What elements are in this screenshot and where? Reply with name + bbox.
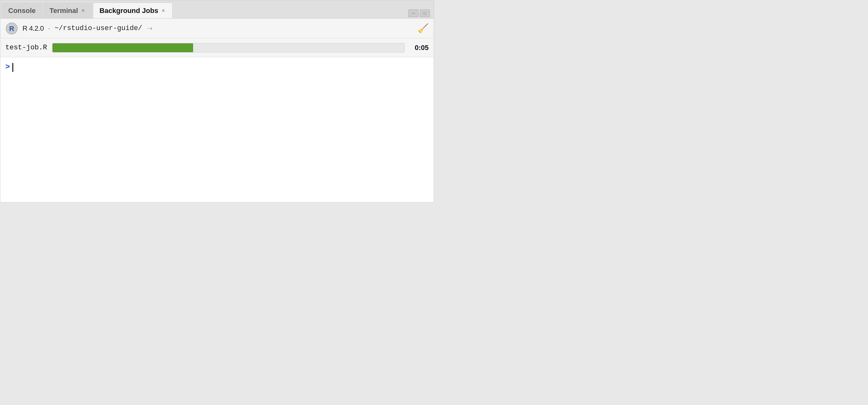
working-dir-label: ~/rstudio-user-guide/ [55,24,142,32]
progress-bar-container [52,43,405,53]
clear-console-button[interactable]: 🧹 [417,23,429,33]
tab-background-jobs-close[interactable]: × [161,8,166,13]
console-cursor [12,63,13,72]
job-row: test-job.R 0:05 [0,38,434,57]
tab-terminal-label: Terminal [50,7,78,15]
tab-console-label: Console [8,7,36,15]
console-prompt: > [5,62,10,73]
maximize-icon: □ [424,11,426,16]
tab-terminal[interactable]: Terminal × [43,3,92,18]
r-logo-icon: R [5,22,18,35]
tab-background-jobs[interactable]: Background Jobs × [93,3,173,18]
tab-background-jobs-label: Background Jobs [99,7,158,15]
job-elapsed-time: 0:05 [410,44,429,52]
r-version-label: R 4.2.0 [23,24,43,33]
tab-actions: ─ □ [405,9,434,18]
progress-bar-fill [53,44,193,52]
console-prompt-line: > [5,62,429,73]
tab-console[interactable]: Console [2,3,42,18]
panel: Console Terminal × Background Jobs × ─ □… [0,0,434,202]
maximize-button[interactable]: □ [420,9,430,17]
separator: · [48,24,50,33]
tab-bar: Console Terminal × Background Jobs × ─ □ [0,0,434,19]
minimize-button[interactable]: ─ [408,9,418,17]
tab-terminal-close[interactable]: × [81,8,86,13]
console-area[interactable]: > [0,57,434,202]
redirect-icon[interactable]: ⇢ [147,24,152,33]
info-bar: R R 4.2.0 · ~/rstudio-user-guide/ ⇢ 🧹 [0,19,434,38]
minimize-icon: ─ [412,11,415,16]
job-name: test-job.R [5,44,47,52]
svg-text:R: R [9,25,14,33]
